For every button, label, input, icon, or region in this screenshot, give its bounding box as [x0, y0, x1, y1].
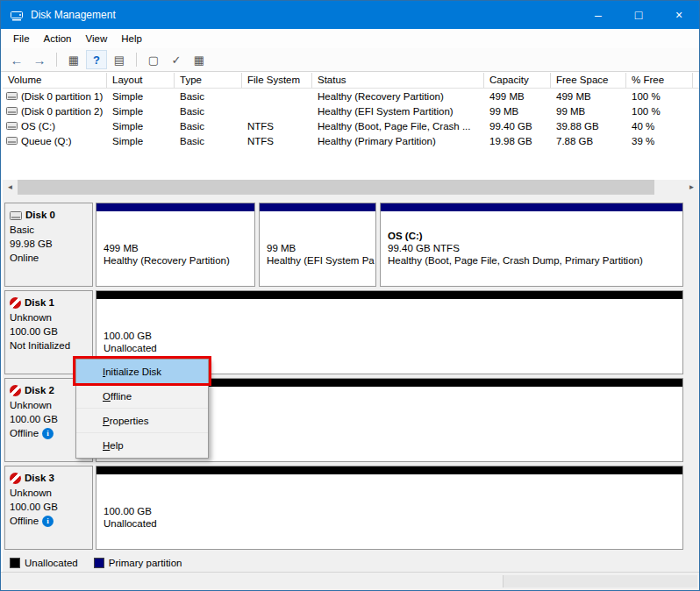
- cell-layout: Simple: [107, 121, 175, 132]
- unallocated-strip: [96, 291, 682, 299]
- partition-status: Unallocated: [104, 342, 157, 354]
- disk3-label-panel[interactable]: Disk 3 Unknown 100.00 GB Offline i: [4, 466, 93, 550]
- unallocated-strip: [96, 466, 682, 474]
- volume-icon: [6, 136, 18, 146]
- primary-partition-strip: [96, 203, 254, 211]
- export-list-icon[interactable]: ▤: [109, 50, 130, 69]
- table-row[interactable]: (Disk 0 partition 1) Simple Basic Health…: [3, 89, 699, 103]
- info-icon[interactable]: i: [42, 428, 54, 439]
- disk0-partition-efi[interactable]: 99 MB Healthy (EFI System Pa: [259, 203, 376, 287]
- info-icon[interactable]: i: [42, 516, 54, 527]
- disk-name: Disk 2: [25, 383, 54, 398]
- console-tree-icon[interactable]: ▦: [63, 50, 84, 69]
- toolbar-separator: [136, 53, 137, 67]
- action-pane-icon[interactable]: ▢: [143, 50, 164, 69]
- disk-size: 100.00 GB: [10, 324, 88, 338]
- disk-kind: Basic: [10, 223, 88, 237]
- grid-icon[interactable]: ▦: [189, 50, 210, 69]
- volume-name: (Disk 0 partition 1): [21, 91, 103, 102]
- cell-layout: Simple: [107, 106, 175, 117]
- column-capacity[interactable]: Capacity: [484, 73, 551, 88]
- disk-state: Offline: [10, 426, 39, 440]
- cell-file-system: NTFS: [242, 121, 312, 132]
- cell-free-space: 99 MB: [551, 106, 626, 117]
- help-icon[interactable]: ?: [86, 50, 107, 69]
- titlebar[interactable]: Disk Management – □ ×: [1, 1, 699, 29]
- disk3-unallocated-region[interactable]: 100.00 GB Unallocated: [96, 466, 683, 550]
- column-free-space[interactable]: Free Space: [551, 73, 626, 88]
- window-controls: – □ ×: [578, 1, 699, 29]
- cell-layout: Simple: [107, 136, 175, 146]
- scroll-right-icon[interactable]: ►: [684, 180, 699, 195]
- table-row[interactable]: Queue (Q:) Simple Basic NTFS Healthy (Pr…: [3, 133, 699, 148]
- column-layout[interactable]: Layout: [107, 73, 175, 88]
- cell-status: Healthy (Boot, Page File, Crash ...: [312, 121, 484, 132]
- menu-action[interactable]: Action: [37, 31, 79, 46]
- back-icon[interactable]: ←: [6, 50, 27, 69]
- menu-help[interactable]: Help: [114, 31, 149, 46]
- disk-state: Offline: [10, 514, 39, 528]
- cell-free-space: 7.88 GB: [551, 136, 626, 146]
- cell-pct-free: 100 %: [626, 106, 693, 117]
- offline-disk-icon: [10, 473, 21, 484]
- menu-view[interactable]: View: [79, 31, 115, 46]
- volume-name: OS (C:): [21, 121, 55, 132]
- disk-name: Disk 3: [25, 471, 54, 486]
- volume-icon: [6, 121, 18, 131]
- table-row[interactable]: OS (C:) Simple Basic NTFS Healthy (Boot,…: [3, 118, 699, 133]
- disk0-partition-recovery[interactable]: 499 MB Healthy (Recovery Partition): [96, 203, 255, 287]
- menu-file[interactable]: File: [6, 31, 37, 46]
- horizontal-scrollbar[interactable]: ◄ ►: [3, 180, 699, 195]
- partition-size: 100.00 GB: [104, 330, 157, 342]
- column-status[interactable]: Status: [312, 73, 484, 88]
- window-title: Disk Management: [31, 9, 116, 21]
- column-volume[interactable]: Volume: [3, 73, 107, 88]
- scrollbar-thumb[interactable]: [18, 180, 654, 195]
- table-row[interactable]: (Disk 0 partition 2) Simple Basic Health…: [3, 103, 699, 118]
- cell-status: Healthy (Recovery Partition): [312, 91, 484, 102]
- cell-capacity: 499 MB: [484, 91, 551, 102]
- disk0-label-panel[interactable]: Disk 0 Basic 99.98 GB Online: [4, 203, 93, 287]
- minimize-button[interactable]: –: [578, 1, 618, 29]
- partition-size: 99 MB: [267, 242, 375, 254]
- cell-capacity: 99 MB: [484, 106, 551, 117]
- cell-capacity: 19.98 GB: [484, 136, 551, 146]
- menu-item-help[interactable]: Help: [76, 433, 208, 458]
- primary-partition-swatch: [94, 558, 104, 568]
- volume-icon: [6, 91, 18, 101]
- statusbar-right-pane: [503, 575, 697, 587]
- disk-icon: [10, 210, 22, 221]
- unallocated-swatch: [10, 558, 20, 568]
- cell-pct-free: 39 %: [626, 136, 693, 146]
- cell-type: Basic: [175, 121, 242, 132]
- disk-state: Online: [10, 251, 88, 265]
- disk0-partition-os[interactable]: OS (C:) 99.40 GB NTFS Healthy (Boot, Pag…: [380, 203, 683, 287]
- toolbar-separator: [56, 53, 57, 67]
- scroll-left-icon[interactable]: ◄: [3, 180, 18, 195]
- statusbar: [1, 572, 700, 590]
- disk-kind: Unknown: [10, 486, 88, 500]
- partition-status: Healthy (EFI System Pa: [267, 254, 375, 267]
- close-button[interactable]: ×: [659, 1, 699, 29]
- cell-type: Basic: [175, 91, 242, 102]
- legend: Unallocated Primary partition: [3, 554, 699, 572]
- column-pct-free[interactable]: % Free: [626, 73, 693, 88]
- menu-item-offline[interactable]: Offline: [76, 384, 208, 409]
- check-icon[interactable]: ✓: [166, 50, 187, 69]
- menubar: File Action View Help: [1, 29, 699, 48]
- partition-status: Unallocated: [104, 517, 157, 530]
- partition-size: 100.00 GB: [104, 505, 157, 517]
- disk-row-3: Disk 3 Unknown 100.00 GB Offline i 100.0…: [4, 466, 687, 550]
- cell-free-space: 499 MB: [551, 91, 626, 102]
- menu-item-properties[interactable]: Properties: [76, 409, 208, 433]
- forward-icon[interactable]: →: [29, 50, 50, 69]
- cell-layout: Simple: [107, 91, 175, 102]
- cell-type: Basic: [175, 106, 242, 117]
- cell-free-space: 39.88 GB: [551, 121, 626, 132]
- volume-name: (Disk 0 partition 2): [21, 106, 103, 117]
- maximize-button[interactable]: □: [618, 1, 659, 29]
- cell-status: Healthy (EFI System Partition): [312, 106, 484, 117]
- column-type[interactable]: Type: [175, 73, 242, 88]
- column-file-system[interactable]: File System: [242, 73, 312, 88]
- menu-item-initialize-disk[interactable]: Initialize Disk: [76, 360, 208, 384]
